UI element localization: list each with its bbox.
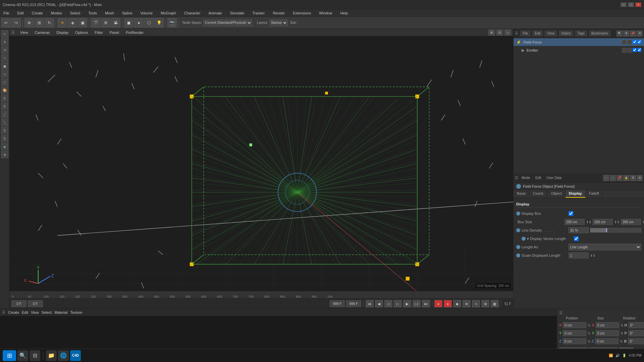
scale-tool-left[interactable]: ⤡ [1, 54, 8, 62]
attr-pin-button[interactable]: 📌 [616, 175, 623, 181]
menu-item-mesh[interactable]: Mesh [104, 10, 115, 16]
obj-menu-object[interactable]: Object [559, 31, 573, 36]
start-button[interactable]: ⊞ [3, 350, 16, 361]
s-btn-1[interactable]: S [1, 95, 8, 102]
start-frame-input[interactable] [11, 300, 26, 307]
menu-item-edit[interactable]: Edit [16, 10, 25, 16]
box-size-z-input[interactable] [621, 219, 641, 225]
jump-start-button[interactable]: ⏮ [366, 300, 374, 307]
menu-item-character[interactable]: Character [183, 10, 202, 16]
s-btn-2[interactable]: S [1, 103, 8, 110]
viewport-menu-prorender[interactable]: ProRender [124, 30, 145, 35]
sculpt-tool-left[interactable]: 🎨 [1, 86, 8, 94]
position-y-input[interactable] [563, 330, 586, 336]
size-z-input[interactable] [595, 338, 619, 344]
anim-menu-view[interactable]: View [31, 310, 39, 314]
menu-item-volume[interactable]: Volume [139, 10, 154, 16]
box-size-x-spinner[interactable]: ⬆⬇ [586, 220, 591, 224]
attr-tab-object[interactable]: Object [548, 190, 566, 198]
maximize-button[interactable]: □ [628, 2, 634, 7]
field-force-checkbox[interactable] [633, 40, 637, 44]
obj-search-button[interactable]: 🔍 [616, 31, 623, 37]
end-frame-input-2[interactable] [346, 300, 361, 307]
light-button[interactable]: 💡 [154, 18, 164, 27]
object-mode-button[interactable]: ✕ [58, 18, 67, 27]
size-y-input[interactable] [596, 330, 619, 336]
render-button[interactable]: 🎬 [91, 18, 100, 27]
viewport[interactable]: Perspective Default Camera ✱ [9, 36, 513, 291]
jump-end-button[interactable]: ⏭ [422, 300, 430, 307]
fcurve-button[interactable]: ∿ [472, 300, 480, 307]
cylinder-button[interactable]: ⬡ [144, 18, 154, 27]
field-tool[interactable]: ◈ [1, 143, 8, 150]
attr-tab-falloff[interactable]: Falloff [586, 190, 603, 198]
dope-button[interactable]: ⊞ [481, 300, 489, 307]
size-x-input[interactable] [596, 322, 619, 328]
attr-tab-basic[interactable]: Basic [514, 190, 530, 198]
s-btn-3[interactable]: S [1, 127, 8, 134]
obj-sort-button[interactable]: ⇅ [623, 31, 629, 37]
attr-lock-button[interactable]: 🔒 [623, 175, 629, 181]
poly-mode-button[interactable]: ▣ [78, 18, 87, 27]
other-tool[interactable]: ⊗ [1, 151, 8, 158]
viewport-menu-cameras[interactable]: Cameras [34, 30, 51, 35]
prev-frame-button[interactable]: ◀ [375, 300, 383, 307]
ruler-tool-left[interactable]: ╱ [1, 111, 8, 118]
pos-z-spinner[interactable]: ⇅ [588, 340, 590, 343]
motion-clip-button[interactable]: ▦ [491, 300, 499, 307]
play-button[interactable]: ▷ [394, 300, 402, 307]
object-row-field-force[interactable]: ⚡ Field Force [514, 38, 644, 46]
line-density-input[interactable] [569, 227, 589, 233]
viewport-menu-display[interactable]: Display [55, 30, 70, 35]
attr-settings-button[interactable]: ⚙ [637, 175, 643, 181]
menu-item-mograph[interactable]: MoGraph [159, 10, 177, 16]
box-size-z-spinner[interactable]: ⬆⬇ [642, 220, 644, 224]
rot-b-input[interactable] [628, 338, 644, 344]
key-button[interactable]: ◆ [453, 300, 461, 307]
field-force-vis-2[interactable] [627, 40, 632, 45]
emitter-checkbox[interactable] [633, 48, 637, 52]
size-y-spinner[interactable]: ⇅ [621, 331, 623, 335]
menu-item-tracker[interactable]: Tracker [251, 10, 266, 16]
object-row-emitter[interactable]: ▶ Emitter [514, 46, 644, 54]
menu-item-tools[interactable]: Tools [87, 10, 98, 16]
anim-hamburger[interactable]: ☰ [2, 310, 5, 314]
taskbar-search[interactable]: 🔍 [17, 350, 28, 361]
box-size-x-input[interactable] [565, 219, 585, 225]
menu-item-file[interactable]: File [2, 10, 11, 16]
scale-tool-button[interactable]: ⊞ [35, 18, 44, 27]
attr-menu-edit[interactable]: Edit [533, 175, 543, 180]
render-settings-button[interactable]: ⚙ [101, 18, 110, 27]
size-z-spinner[interactable]: ⇅ [620, 340, 623, 343]
select-tool-button[interactable]: ↖ [1, 30, 8, 38]
attr-list-button[interactable]: ☰ [630, 175, 636, 181]
attr-menu-userdata[interactable]: User Data [544, 175, 564, 180]
length-as-dropdown[interactable]: Line Length Normalized Fixed [569, 244, 641, 250]
hamburger-icon[interactable]: ☰ [11, 30, 15, 35]
obj-menu-file[interactable]: File [520, 31, 530, 36]
camera-button[interactable]: 📷 [167, 18, 177, 27]
position-x-input[interactable] [563, 322, 586, 328]
play-forward-button[interactable]: ▶ [403, 300, 411, 307]
cube-button[interactable]: ◼ [124, 18, 133, 27]
attr-tab-display[interactable]: Display [566, 190, 586, 198]
menu-item-render[interactable]: Render [271, 10, 286, 16]
obj-menu-edit[interactable]: Edit [532, 31, 543, 36]
close-button[interactable]: ✕ [635, 2, 641, 7]
next-frame-button[interactable]: ▷| [413, 300, 421, 307]
sphere-button[interactable]: ● [134, 18, 144, 27]
obj-menu-bookmarks[interactable]: Bookmarks [589, 31, 610, 36]
viewport-menu-filter[interactable]: Filter [93, 30, 104, 35]
move-tool-left[interactable]: ✛ [1, 38, 8, 46]
anim-menu-select[interactable]: Select [42, 310, 52, 314]
editor-button[interactable]: 📽 [111, 18, 120, 27]
redo-button[interactable]: ↪ [11, 18, 21, 27]
obj-menu-view[interactable]: View [545, 31, 557, 36]
menu-item-extensions[interactable]: Extensions [291, 10, 312, 16]
viewport-menu-options[interactable]: Options [74, 30, 89, 35]
transform-hamburger[interactable]: ☰ [559, 311, 562, 315]
record-button[interactable]: ● [434, 300, 442, 307]
attr-menu-mode[interactable]: Mode [520, 175, 532, 180]
size-x-spinner[interactable]: ⇅ [621, 323, 623, 327]
vector-length-checkbox[interactable] [574, 236, 579, 241]
